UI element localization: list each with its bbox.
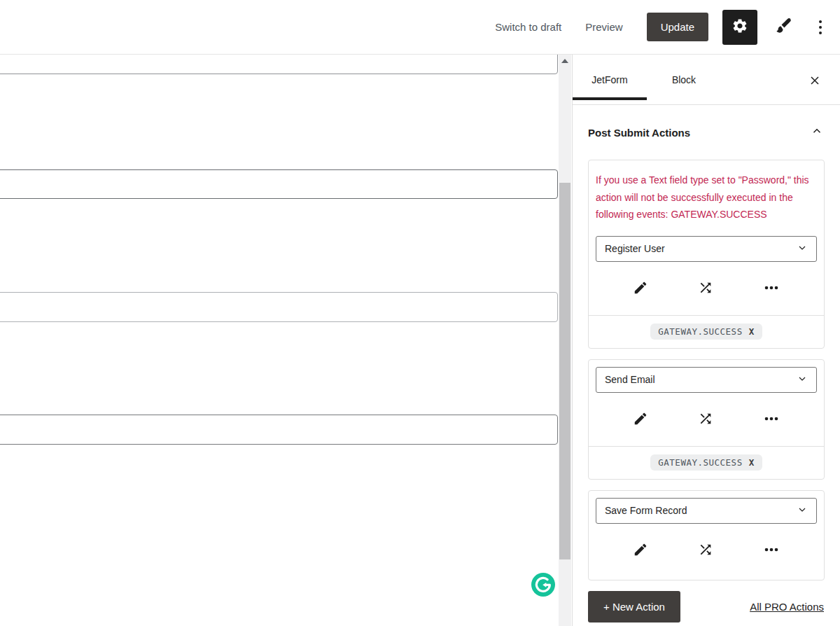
action-card-save-form-record: Save Form Record [588,490,825,580]
grammarly-icon [531,587,555,599]
grammarly-button[interactable] [531,573,555,597]
close-sidebar-button[interactable] [804,70,826,92]
action-type-select[interactable]: Send Email [596,367,817,393]
all-pro-actions-link[interactable]: All PRO Actions [750,601,824,613]
tab-jetform[interactable]: JetForm [573,55,647,104]
action-type-value: Send Email [605,374,655,385]
action-card-send-email: Send Email GA [588,359,825,480]
scroll-up-button[interactable] [559,55,571,67]
event-badge: GATEWAY.SUCCESS X [650,324,762,340]
panel-title: Post Submit Actions [588,127,690,139]
preview-link[interactable]: Preview [585,21,622,33]
editor-top-bar: Switch to draft Preview Update [0,0,840,55]
edit-action-button[interactable] [633,542,648,559]
post-submit-actions-panel-header[interactable]: Post Submit Actions [573,105,840,140]
action-type-select[interactable]: Save Form Record [596,498,817,524]
scrollbar-thumb[interactable] [559,183,570,559]
switch-to-draft-link[interactable]: Switch to draft [495,21,561,33]
more-action-button[interactable] [763,541,780,560]
chevron-down-icon [797,373,808,387]
action-type-value: Save Form Record [605,505,687,516]
action-toolbar [589,531,824,580]
more-action-button[interactable] [763,410,780,429]
chevron-down-icon [797,504,808,517]
chevron-down-icon [797,242,808,256]
conditions-action-button[interactable] [698,542,713,559]
action-toolbar [589,400,824,446]
action-events-row: GATEWAY.SUCCESS X [589,315,824,348]
chevron-up-icon [811,125,823,140]
kebab-menu-icon [819,20,822,34]
close-icon [808,74,822,90]
event-name: GATEWAY.SUCCESS [658,457,742,468]
action-card-register-user: If you use a Text field type set to "Pas… [588,160,825,349]
ellipsis-icon [763,279,780,298]
action-type-value: Register User [605,243,665,254]
editor-canvas [0,55,559,626]
action-type-select[interactable]: Register User [596,236,817,262]
form-field-input[interactable] [0,169,558,199]
more-action-button[interactable] [763,279,780,298]
ellipsis-icon [763,410,780,429]
pencil-icon [633,542,648,559]
ellipsis-icon [763,541,780,560]
pencil-icon [633,280,648,298]
conditions-action-button[interactable] [698,280,713,298]
action-toolbar [589,269,824,315]
event-badge: GATEWAY.SUCCESS X [650,454,762,471]
scroll-up-arrow-icon [561,59,568,63]
gear-icon [732,18,748,36]
conditions-action-button[interactable] [698,411,713,429]
form-field-input[interactable] [0,292,558,322]
options-menu-button[interactable] [808,12,833,43]
edit-action-button[interactable] [633,280,648,298]
canvas-scrollbar[interactable] [559,55,571,626]
shuffle-icon [698,280,713,298]
style-brush-button[interactable] [769,12,799,43]
tab-block[interactable]: Block [647,55,721,104]
settings-sidebar: JetForm Block Post Submit Actions If you… [572,55,840,626]
form-field-input[interactable] [0,415,558,445]
action-events-row: GATEWAY.SUCCESS X [589,446,824,479]
settings-toggle-button[interactable] [722,10,757,45]
remove-event-button[interactable]: X [749,326,755,337]
new-action-button[interactable]: + New Action [588,591,680,622]
password-field-warning: If you use a Text field type set to "Pas… [596,172,817,223]
shuffle-icon [698,542,713,559]
form-field-input[interactable] [0,55,558,74]
pencil-icon [633,411,648,429]
shuffle-icon [698,411,713,429]
sidebar-tabs: JetForm Block [573,55,840,105]
actions-footer: + New Action All PRO Actions [588,591,824,622]
paintbrush-icon [775,17,793,37]
edit-action-button[interactable] [633,411,648,429]
update-button[interactable]: Update [647,13,708,41]
event-name: GATEWAY.SUCCESS [658,326,742,337]
remove-event-button[interactable]: X [749,457,755,468]
